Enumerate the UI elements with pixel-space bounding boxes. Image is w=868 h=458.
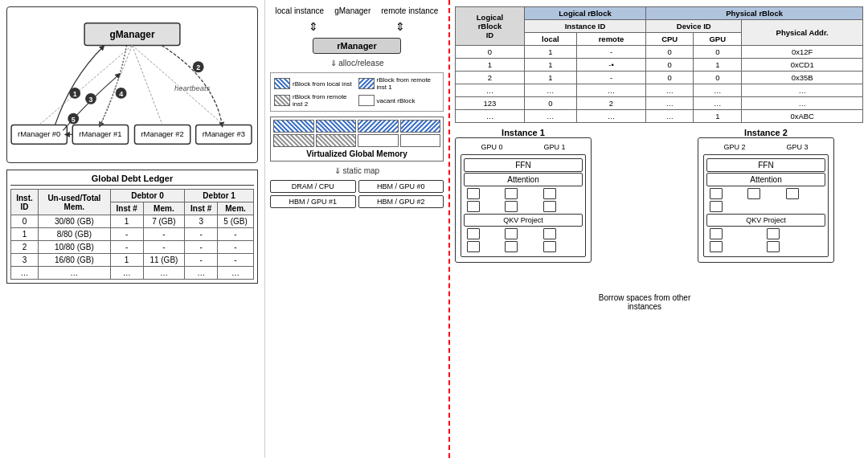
svg-point-23 [68, 113, 79, 125]
gpu-labels-1: GPU 0 GPU 1 [461, 143, 586, 151]
vgm-cell-5 [273, 134, 314, 147]
hatch-blue-icon [274, 78, 290, 89]
rblock-cell: … [576, 84, 645, 97]
col-logical-rblock-header: Logical rBlock [524, 7, 645, 20]
rblock-cell: 1 [456, 59, 525, 72]
rblock-cell: 1 [694, 59, 742, 72]
left-panel: gManager rManager #0 rManager #1 rManage… [0, 0, 265, 458]
rblock-cell: … [742, 84, 863, 97]
svg-rect-0 [84, 23, 180, 46]
ledger-cell: … [218, 267, 254, 280]
svg-text:rManager #0: rManager #0 [18, 129, 60, 138]
vgm-cell-1 [273, 120, 314, 133]
col-remote-header: remote [576, 33, 645, 46]
ledger-title: Global Debt Ledger [10, 174, 254, 186]
instance1-diagram: GPU 0 GPU 1 FFN Attention [455, 137, 592, 263]
svg-text:gManager: gManager [109, 29, 154, 40]
vgm-grid [273, 120, 440, 147]
instance-labels: local instance gManager remote instance [270, 6, 444, 15]
remote-instance-label: remote instance [381, 6, 438, 15]
svg-point-17 [193, 61, 204, 72]
rblock-cell: … [524, 110, 576, 123]
ledger-cell: 7 (GB) [143, 215, 185, 228]
svg-rect-6 [134, 125, 190, 144]
legend-grid: rBlock from local inst rBlock from remot… [274, 76, 440, 108]
ledger-cell: - [218, 254, 254, 267]
vgm-cell-4 [400, 120, 441, 133]
rblock-cell: … [646, 110, 694, 123]
rblock-cell: … [694, 84, 742, 97]
vgm-cell-3 [358, 120, 399, 133]
rblock-cell: 0 [646, 72, 694, 84]
ledger-cell: 8/80 (GB) [38, 228, 110, 241]
svg-rect-4 [72, 125, 128, 144]
rblock-cell: 0xABC [742, 110, 863, 123]
rblock-row: …………10xABC [456, 110, 863, 123]
ledger-cell: 10/80 (GB) [38, 241, 110, 254]
svg-line-13 [133, 46, 224, 125]
col-debtor1: Debtor 1 [185, 190, 254, 202]
instance2-label: Instance 2 [744, 128, 788, 137]
alloc-label: ⇓ alloc/release [270, 59, 444, 67]
kv-grid-1 [467, 188, 579, 212]
ledger-cell: 3 [185, 215, 218, 228]
legend-local: rBlock from local inst [274, 76, 356, 91]
diagram-box: gManager rManager #0 rManager #1 rManage… [6, 6, 258, 163]
svg-text:2: 2 [196, 63, 200, 72]
col-instance-id-header: Instance ID [524, 20, 645, 33]
gpu0-box: FFN Attention QKV Project [461, 154, 586, 257]
svg-point-21 [116, 88, 127, 99]
ledger-cell: - [185, 241, 218, 254]
rblock-cell: … [524, 84, 576, 97]
rblock-cell: 2 [456, 72, 525, 84]
mem-hbm1: HBM / GPU #1 [270, 195, 356, 208]
ledger-cell: 2 [11, 241, 39, 254]
ledger-cell: … [11, 267, 39, 280]
ledger-cell: 30/80 (GB) [38, 215, 110, 228]
local-instance-label: local instance [276, 6, 325, 15]
legend-remote1: rBlock from remote inst 1 [358, 76, 440, 91]
rblock-cell: 1 [524, 46, 576, 59]
instances-section: Instance 1 GPU 0 GPU 1 FFN Attention [455, 128, 863, 452]
col-local-header: local [524, 33, 576, 46]
bottom-kv-1 [467, 228, 579, 252]
rblock-cell: … [576, 110, 645, 123]
rblock-cell: 0x35B [742, 72, 863, 84]
rblock-cell: … [456, 110, 525, 123]
mem-hbm2: HBM / GPU #2 [358, 195, 444, 208]
rblock-cell: 0 [694, 46, 742, 59]
col-d0-inst: Inst # [110, 202, 143, 215]
rblock-row: 11-•010xCD1 [456, 59, 863, 72]
ffn-block-1: FFN [464, 158, 583, 172]
svg-text:rManager #1: rManager #1 [79, 129, 121, 138]
rblock-cell: … [646, 84, 694, 97]
qkv-block-1: QKV Project [464, 214, 583, 227]
rblock-cell: … [742, 97, 863, 110]
rblock-cell: … [646, 97, 694, 110]
col-debtor0: Debtor 0 [110, 190, 185, 202]
rblock-cell: -• [576, 59, 645, 72]
gpu-labels-2: GPU 2 GPU 3 [703, 143, 829, 151]
ledger-table: Inst.ID Un-used/TotalMem. Debtor 0 Debto… [10, 189, 254, 280]
col-inst-id: Inst.ID [11, 190, 39, 215]
svg-text:4: 4 [119, 90, 123, 98]
rblock-section: LogicalrBlockID Logical rBlock Physical … [455, 6, 863, 123]
ledger-cell: … [38, 267, 110, 280]
col-d0-mem: Mem. [143, 202, 185, 215]
rblock-cell: 0 [646, 46, 694, 59]
ledger-cell: 0 [11, 215, 39, 228]
svg-text:heartbeats: heartbeats [174, 84, 211, 92]
svg-text:rManager #2: rManager #2 [141, 129, 183, 138]
rblock-cell: - [576, 46, 645, 59]
svg-text:rManager #3: rManager #3 [203, 129, 245, 138]
rblock-cell: … [694, 97, 742, 110]
svg-line-10 [39, 46, 133, 125]
vgm-cell-2 [316, 120, 357, 133]
qkv-block-2: QKV Project [706, 214, 825, 227]
rblock-cell: 123 [456, 97, 525, 110]
rblock-cell: 0xCD1 [742, 59, 863, 72]
rmanager-center: rManager [313, 38, 401, 54]
ledger-cell: … [110, 267, 143, 280]
ledger-cell: - [110, 241, 143, 254]
col-logical-id: LogicalrBlockID [456, 7, 525, 46]
